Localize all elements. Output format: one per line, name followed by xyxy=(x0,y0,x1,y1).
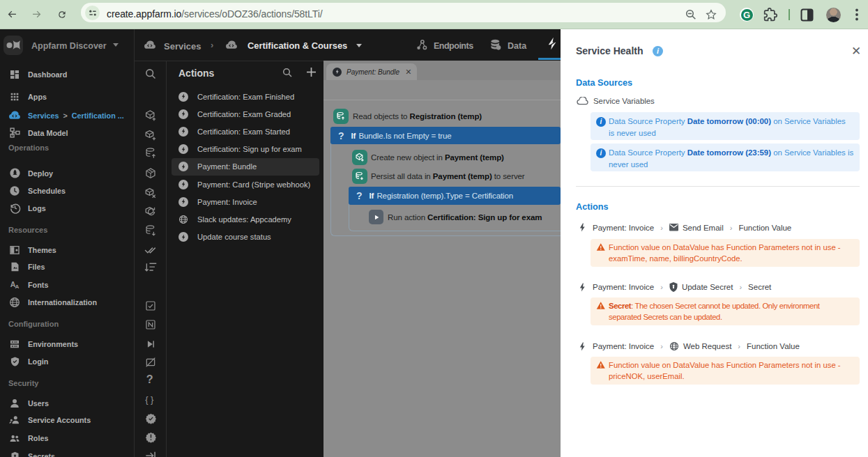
svg-text:A: A xyxy=(15,284,19,290)
svg-text:?: ? xyxy=(146,373,153,385)
svg-text:{ }: { } xyxy=(145,394,154,405)
